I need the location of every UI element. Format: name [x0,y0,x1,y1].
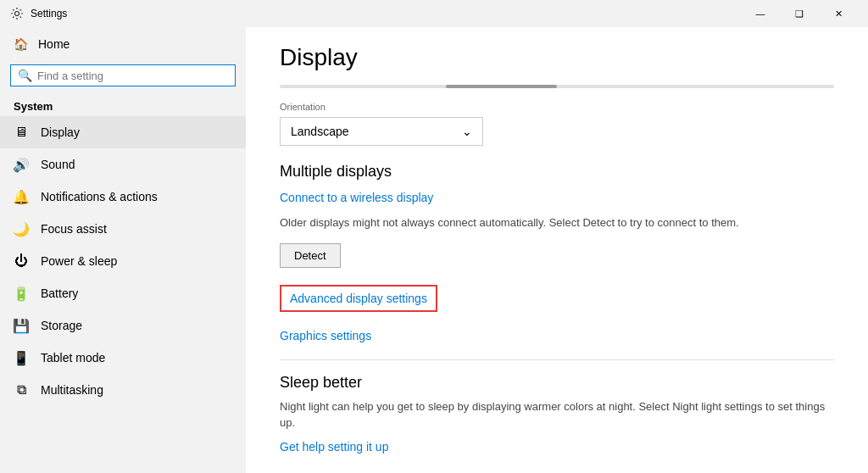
scroll-indicator [280,85,834,88]
multiple-displays-heading: Multiple displays [280,163,834,181]
sidebar-item-storage[interactable]: 💾 Storage [0,309,246,342]
sidebar-item-label-power: Power & sleep [41,254,117,268]
orientation-label: Orientation [280,102,834,112]
page-title: Display [280,44,834,71]
tablet-icon: 📱 [14,350,29,365]
sidebar-item-label-tablet: Tablet mode [41,351,105,364]
sidebar-item-multitasking[interactable]: ⧉ Multitasking [0,374,246,406]
close-button[interactable]: ✕ [819,0,858,27]
main-content: Display Orientation Landscape ⌄ Multiple… [246,27,868,473]
sleep-description: Night light can help you get to sleep by… [280,398,834,431]
sidebar-item-tablet[interactable]: 📱 Tablet mode [0,342,246,374]
advanced-display-link[interactable]: Advanced display settings [280,285,437,312]
sidebar-item-label-battery: Battery [41,287,78,300]
sidebar-item-label-focus: Focus assist [41,222,107,236]
sidebar-item-label-multitasking: Multitasking [41,383,103,397]
settings-icon [10,7,24,20]
power-icon: ⏻ [14,253,29,269]
app-body: 🏠 Home 🔍 System 🖥 Display 🔊 Sound 🔔 Noti… [0,27,868,473]
maximize-button[interactable]: ❑ [780,0,819,27]
sound-icon: 🔊 [14,157,29,172]
detect-description: Older displays might not always connect … [280,214,834,231]
minimize-button[interactable]: — [741,0,780,27]
home-label: Home [38,37,70,51]
search-box[interactable]: 🔍 [10,64,236,86]
sidebar-section-label: System [0,93,246,116]
orientation-value: Landscape [291,125,349,138]
titlebar: Settings — ❑ ✕ [0,0,868,27]
notifications-icon: 🔔 [14,189,29,204]
display-icon: 🖥 [14,125,29,140]
app-title: Settings [31,8,67,19]
sidebar-item-label-storage: Storage [41,319,82,332]
sleep-heading: Sleep better [280,374,834,392]
connect-wireless-link[interactable]: Connect to a wireless display [280,191,834,204]
battery-icon: 🔋 [14,286,29,301]
storage-icon: 💾 [14,318,29,333]
focus-icon: 🌙 [14,221,29,236]
sidebar-item-sound[interactable]: 🔊 Sound [0,148,246,181]
svg-point-0 [15,12,19,16]
sidebar-home-button[interactable]: 🏠 Home [0,27,246,61]
sidebar-item-notifications[interactable]: 🔔 Notifications & actions [0,181,246,213]
home-icon: 🏠 [14,37,28,51]
titlebar-controls: — ❑ ✕ [741,0,858,27]
detect-button[interactable]: Detect [280,243,341,268]
section-divider [280,359,834,360]
graphics-settings-link[interactable]: Graphics settings [280,329,834,342]
sidebar-item-label-display: Display [41,125,80,139]
sidebar: 🏠 Home 🔍 System 🖥 Display 🔊 Sound 🔔 Noti… [0,27,246,473]
sidebar-item-power[interactable]: ⏻ Power & sleep [0,245,246,277]
search-icon: 🔍 [18,69,32,82]
sidebar-item-focus[interactable]: 🌙 Focus assist [0,213,246,245]
titlebar-left: Settings [10,7,67,20]
multitasking-icon: ⧉ [14,382,29,398]
chevron-down-icon: ⌄ [462,125,472,138]
sidebar-item-battery[interactable]: 🔋 Battery [0,277,246,309]
sidebar-item-label-sound: Sound [41,158,75,171]
search-input[interactable] [37,70,228,82]
orientation-dropdown[interactable]: Landscape ⌄ [280,117,483,146]
sidebar-item-display[interactable]: 🖥 Display [0,116,246,148]
night-light-link[interactable]: Get help setting it up [280,440,834,454]
orientation-dropdown-wrapper: Landscape ⌄ [280,117,834,146]
sidebar-item-label-notifications: Notifications & actions [41,190,158,203]
